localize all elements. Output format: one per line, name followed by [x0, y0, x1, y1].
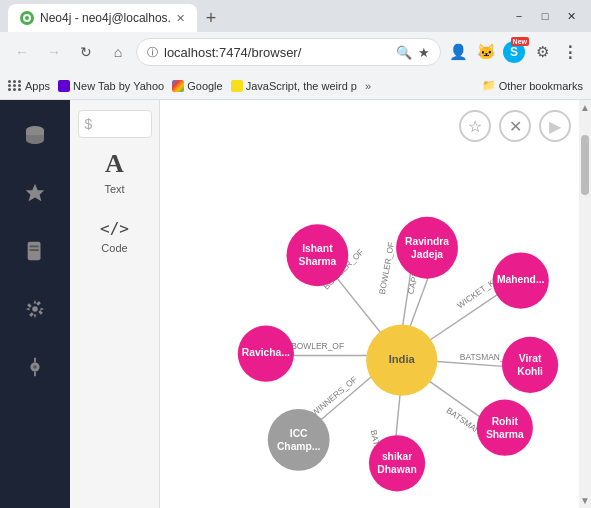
rohit-label-1: Rohit — [492, 416, 519, 427]
book-sidebar-icon[interactable] — [10, 226, 60, 276]
address-text: localhost:7474/browser/ — [164, 45, 390, 60]
more-bookmarks-button[interactable]: » — [365, 80, 371, 92]
apps-button[interactable]: Apps — [8, 80, 50, 92]
wolf-icon[interactable]: 🐱 — [473, 39, 499, 65]
tab-title: Neo4j - neo4j@localhos... — [40, 11, 170, 25]
code-tool[interactable]: </> Code — [78, 206, 152, 266]
new-tab-button[interactable]: + — [197, 4, 225, 32]
folder-icon: 📁 — [482, 79, 496, 92]
plugin-sidebar-icon[interactable] — [10, 342, 60, 392]
google-label: Google — [187, 80, 222, 92]
svg-rect-6 — [30, 249, 39, 251]
title-bar: Neo4j - neo4j@localhos... ✕ + − □ ✕ — [0, 0, 591, 32]
new-badge: New — [511, 37, 529, 46]
tab-favicon — [20, 11, 34, 25]
apps-label: Apps — [25, 80, 50, 92]
virat-node[interactable] — [502, 337, 558, 393]
text-tool[interactable]: A Text — [78, 142, 152, 202]
edge-label-ravindra-bowler: BOWLER_OF — [377, 241, 396, 295]
ravicha-label: Ravicha... — [242, 347, 290, 358]
dollar-placeholder: $ — [85, 116, 93, 132]
text-tool-label: Text — [104, 183, 124, 195]
yahoo-label: New Tab by Yahoo — [73, 80, 164, 92]
skype-badge: S New — [503, 41, 525, 63]
svg-point-7 — [32, 306, 38, 312]
lock-icon: ⓘ — [147, 45, 158, 60]
graph-area: ☆ ✕ ▶ ▲ ▼ BOWLER_OF BOWLER_OF — [160, 100, 591, 508]
mahend-label: Mahend... — [497, 274, 545, 285]
google-favicon — [172, 80, 184, 92]
icc-node[interactable] — [268, 409, 330, 471]
tab-area: Neo4j - neo4j@localhos... ✕ + — [8, 0, 501, 32]
ravindra-node[interactable] — [396, 217, 458, 279]
window-controls: − □ ✕ — [507, 7, 583, 25]
bookmark-yahoo[interactable]: New Tab by Yahoo — [58, 80, 164, 92]
code-tool-label: Code — [101, 242, 127, 254]
svg-point-9 — [33, 365, 37, 369]
star-sidebar-icon[interactable] — [10, 168, 60, 218]
text-icon: A — [105, 149, 124, 179]
main-content: $ A Text </> Code ☆ ✕ ▶ ▲ ▼ — [0, 100, 591, 508]
reload-button[interactable]: ↻ — [72, 38, 100, 66]
skype-button[interactable]: S New — [501, 39, 527, 65]
svg-rect-5 — [30, 246, 39, 248]
close-button[interactable]: ✕ — [559, 7, 583, 25]
database-icon[interactable] — [10, 110, 60, 160]
edge-label-ravicha: BOWLER_OF — [291, 341, 344, 351]
rohit-label-2: Sharma — [486, 429, 524, 440]
india-label: India — [389, 353, 416, 365]
panel-search[interactable]: $ — [78, 110, 152, 138]
bookmark-star-icon[interactable]: ★ — [418, 45, 430, 60]
shikar-label-1: shikar — [382, 451, 412, 462]
minimize-button[interactable]: − — [507, 7, 531, 25]
nav-bar: ← → ↻ ⌂ ⓘ localhost:7474/browser/ 🔍 ★ 👤 … — [0, 32, 591, 72]
back-button[interactable]: ← — [8, 38, 36, 66]
icc-label-2: Champ... — [277, 441, 321, 452]
ravindra-label-1: Ravindra — [405, 236, 449, 247]
js-label: JavaScript, the weird p — [246, 80, 357, 92]
user-icon[interactable]: 👤 — [445, 39, 471, 65]
tab-close-button[interactable]: ✕ — [176, 12, 185, 25]
bookmarks-bar: Apps New Tab by Yahoo Google JavaScript,… — [0, 72, 591, 100]
icc-label-1: ICC — [290, 428, 308, 439]
graph-svg: BOWLER_OF BOWLER_OF BOWLER_OF CAPTAIN_OF… — [160, 100, 591, 508]
apps-grid-icon — [8, 80, 22, 91]
forward-button[interactable]: → — [40, 38, 68, 66]
home-button[interactable]: ⌂ — [104, 38, 132, 66]
settings-sidebar-icon[interactable] — [10, 284, 60, 334]
edge-label-icc: WINNERS_OF — [309, 374, 358, 418]
browser-frame: Neo4j - neo4j@localhos... ✕ + − □ ✕ ← → … — [0, 0, 591, 508]
extensions-icon[interactable]: ⚙ — [529, 39, 555, 65]
nav-icons: 👤 🐱 S New ⚙ ⋮ — [445, 39, 583, 65]
menu-button[interactable]: ⋮ — [557, 39, 583, 65]
ravindra-label-2: Jadeja — [411, 249, 443, 260]
virat-label-1: Virat — [519, 353, 542, 364]
virat-label-2: Kohli — [517, 366, 543, 377]
other-bookmarks-label: Other bookmarks — [499, 80, 583, 92]
rohit-node[interactable] — [477, 400, 533, 456]
js-favicon — [231, 80, 243, 92]
bookmark-google[interactable]: Google — [172, 80, 222, 92]
other-bookmarks[interactable]: 📁 Other bookmarks — [482, 79, 583, 92]
tool-panel: $ A Text </> Code — [70, 100, 160, 508]
address-bar[interactable]: ⓘ localhost:7474/browser/ 🔍 ★ — [136, 38, 441, 66]
sidebar — [0, 100, 70, 508]
shikar-label-2: Dhawan — [377, 464, 416, 475]
search-icon: 🔍 — [396, 45, 412, 60]
svg-marker-3 — [26, 184, 44, 201]
ishant-node[interactable] — [286, 224, 348, 286]
yahoo-favicon — [58, 80, 70, 92]
ishant-label-2: Sharma — [299, 256, 337, 267]
maximize-button[interactable]: □ — [533, 7, 557, 25]
ishant-label-1: Ishant — [302, 243, 333, 254]
browser-tab[interactable]: Neo4j - neo4j@localhos... ✕ — [8, 4, 197, 32]
bookmark-js[interactable]: JavaScript, the weird p — [231, 80, 357, 92]
shikar-node[interactable] — [369, 435, 425, 491]
code-icon: </> — [100, 219, 129, 238]
svg-point-1 — [25, 16, 29, 20]
